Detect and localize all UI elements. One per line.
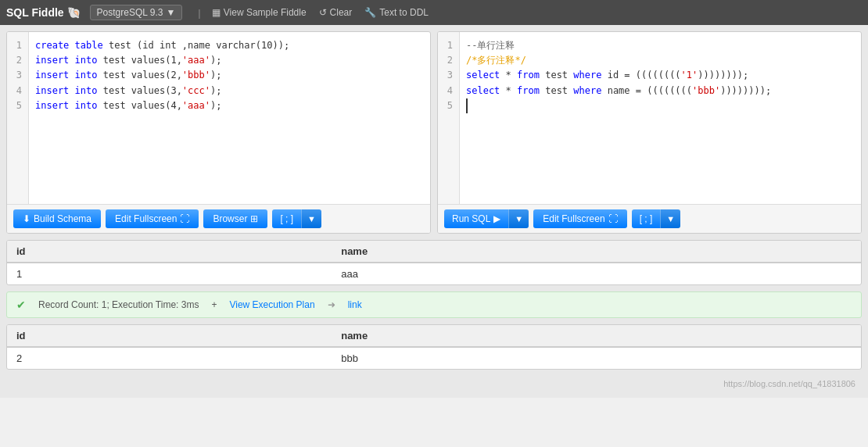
result1-row1-id: 1 — [7, 263, 332, 284]
right-line-numbers: 12345 — [438, 32, 460, 204]
download-icon: ⬇ — [23, 213, 30, 224]
view-sample-fiddle-button[interactable]: ▦ View Sample Fiddle — [207, 5, 311, 20]
fullscreen-icon: ⛶ — [608, 213, 618, 224]
build-schema-button[interactable]: ⬇ Build Schema — [13, 209, 101, 228]
result1-panel: id name 1 aaa — [6, 240, 862, 285]
result1-col-id: id — [7, 241, 332, 263]
main-content: 12345 create table test (id int ,name va… — [0, 25, 868, 398]
refresh-icon: ↺ — [319, 7, 327, 18]
result2-row1-name: bbb — [332, 347, 861, 369]
watermark: https://blog.csdn.net/qq_41831806 — [6, 376, 862, 392]
db-label: PostgreSQL 9.3 — [97, 7, 163, 18]
app-logo: SQL Fiddle 🐚 — [6, 6, 81, 19]
left-line-numbers: 12345 — [7, 32, 29, 204]
result1-col-name: name — [332, 241, 861, 263]
db-selector[interactable]: PostgreSQL 9.3 ▼ — [90, 5, 183, 20]
right-delimiter-arrow[interactable]: ▼ — [660, 209, 680, 228]
link-anchor[interactable]: link — [348, 299, 362, 310]
left-editor-toolbar: ⬇ Build Schema Edit Fullscreen ⛶ Browser… — [7, 204, 430, 233]
left-editor-panel: 12345 create table test (id int ,name va… — [6, 31, 431, 234]
browser-button[interactable]: Browser ⊞ — [203, 209, 267, 228]
left-edit-fullscreen-button[interactable]: Edit Fullscreen ⛶ — [106, 209, 199, 228]
right-delimiter-split-button: [ ; ] ▼ — [632, 209, 681, 228]
chevron-down-icon: ▼ — [166, 7, 175, 18]
result2-table: id name 2 bbb — [7, 325, 861, 369]
left-delimiter-arrow[interactable]: ▼ — [301, 209, 321, 228]
result2-panel: id name 2 bbb — [6, 324, 862, 370]
right-editor-toolbar: Run SQL ▶ ▼ Edit Fullscreen ⛶ [ ; ] ▼ — [438, 204, 861, 233]
wrench-icon: 🔧 — [364, 7, 376, 18]
play-icon: ▶ — [493, 213, 500, 224]
browser-icon: ⊞ — [250, 213, 258, 224]
fullscreen-icon: ⛶ — [180, 213, 189, 224]
right-delimiter-button[interactable]: [ ; ] — [632, 209, 661, 228]
separator: | — [198, 7, 200, 19]
clear-button[interactable]: ↺ Clear — [314, 5, 357, 20]
table-row: 2 bbb — [7, 347, 861, 369]
right-edit-fullscreen-button[interactable]: Edit Fullscreen ⛶ — [533, 209, 626, 228]
result2-col-name: name — [332, 325, 861, 347]
result1-table: id name 1 aaa — [7, 241, 861, 284]
topbar: SQL Fiddle 🐚 PostgreSQL 9.3 ▼ | ▦ View S… — [0, 0, 868, 25]
arrow-icon: ➜ — [328, 299, 335, 310]
right-editor-content[interactable]: 12345 --单行注释 /*多行注释*/ select * from test… — [438, 32, 861, 204]
left-editor-content[interactable]: 12345 create table test (id int ,name va… — [7, 32, 430, 204]
left-delimiter-split-button: [ ; ] ▼ — [272, 209, 321, 228]
text-to-ddl-button[interactable]: 🔧 Text to DDL — [360, 5, 433, 20]
editors-row: 12345 create table test (id int ,name va… — [6, 31, 862, 234]
table-icon: ▦ — [212, 7, 221, 18]
plus-icon: + — [211, 299, 217, 310]
right-editor-panel: 12345 --单行注释 /*多行注释*/ select * from test… — [437, 31, 862, 234]
left-code-area[interactable]: create table test (id int ,name varchar(… — [29, 32, 430, 204]
status-bar: ✔ Record Count: 1; Execution Time: 3ms +… — [6, 291, 862, 318]
run-sql-arrow[interactable]: ▼ — [508, 209, 529, 228]
result2-col-id: id — [7, 325, 332, 347]
run-sql-split-button: Run SQL ▶ ▼ — [444, 209, 529, 228]
right-code-area[interactable]: --单行注释 /*多行注释*/ select * from test where… — [460, 32, 861, 204]
status-text: Record Count: 1; Execution Time: 3ms — [38, 299, 199, 310]
result2-row1-id: 2 — [7, 347, 332, 369]
table-row: 1 aaa — [7, 263, 861, 284]
left-delimiter-button[interactable]: [ ; ] — [272, 209, 301, 228]
view-execution-plan-link[interactable]: View Execution Plan — [229, 299, 314, 310]
check-icon: ✔ — [16, 299, 26, 311]
run-sql-button[interactable]: Run SQL ▶ — [444, 209, 508, 228]
result1-row1-name: aaa — [332, 263, 861, 284]
